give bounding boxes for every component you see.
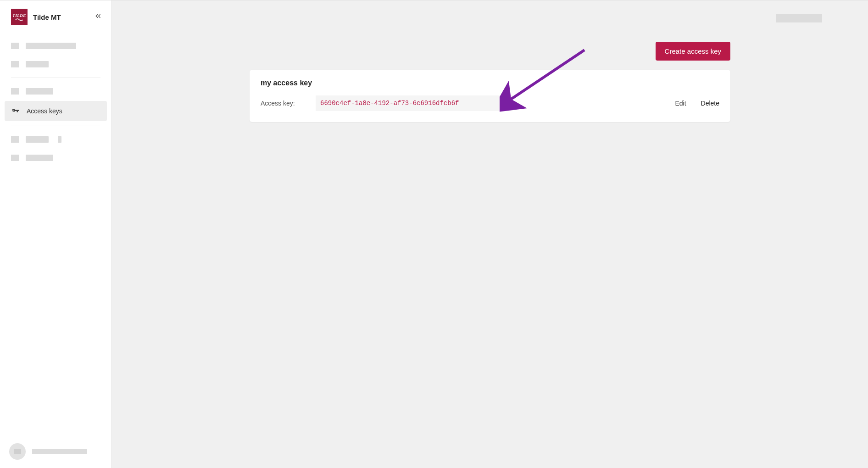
footer-text-placeholder: [32, 449, 87, 454]
placeholder-label: [26, 43, 76, 49]
topbar-placeholder: [776, 14, 822, 22]
access-key-value: 6690c4ef-1a8e-4192-af73-6c6916dfcb6f: [320, 100, 459, 107]
placeholder-label: [26, 155, 53, 161]
copy-icon[interactable]: [500, 99, 508, 107]
placeholder-icon: [11, 155, 19, 161]
access-key-box: 6690c4ef-1a8e-4192-af73-6c6916dfcb6f: [316, 95, 513, 111]
logo-text: TILDE: [12, 13, 26, 18]
sidebar-item-placeholder[interactable]: [5, 83, 107, 100]
sidebar: TILDE Tilde MT: [0, 0, 112, 468]
placeholder-label: [26, 61, 49, 67]
create-row: Create access key: [250, 42, 730, 61]
sidebar-item-placeholder[interactable]: [5, 131, 107, 148]
delete-button[interactable]: Delete: [701, 100, 719, 107]
placeholder-icon: [11, 43, 19, 49]
edit-button[interactable]: Edit: [675, 100, 686, 107]
sidebar-item-placeholder[interactable]: [5, 56, 107, 73]
placeholder-icon: [11, 88, 19, 95]
key-icon: [11, 106, 20, 116]
app-title: Tilde MT: [33, 13, 87, 21]
collapse-sidebar-button[interactable]: [92, 10, 104, 24]
app-logo: TILDE: [11, 9, 28, 25]
access-key-row: Access key: 6690c4ef-1a8e-4192-af73-6c69…: [261, 95, 719, 111]
nav-divider: [11, 78, 100, 78]
svg-rect-0: [503, 102, 507, 106]
access-key-label: Access key:: [261, 100, 316, 107]
nav-divider: [11, 126, 100, 126]
placeholder-icon: [11, 61, 19, 67]
sidebar-nav: Access keys: [0, 33, 111, 170]
sidebar-item-placeholder[interactable]: [5, 149, 107, 167]
sidebar-item-label: Access keys: [27, 107, 62, 115]
access-key-card: my access key Access key: 6690c4ef-1a8e-…: [250, 70, 730, 122]
main-content: Create access key my access key Access k…: [112, 0, 868, 468]
sidebar-item-placeholder[interactable]: [5, 37, 107, 55]
card-actions: Edit Delete: [675, 100, 719, 107]
sidebar-item-access-keys[interactable]: Access keys: [5, 101, 107, 121]
card-title: my access key: [261, 79, 719, 87]
placeholder-label: [26, 136, 49, 143]
sidebar-header: TILDE Tilde MT: [0, 0, 111, 33]
placeholder-label: [26, 88, 53, 95]
sidebar-footer: [0, 435, 111, 468]
avatar-placeholder[interactable]: [9, 443, 26, 460]
placeholder-label: [58, 136, 61, 143]
create-access-key-button[interactable]: Create access key: [656, 42, 730, 61]
placeholder-icon: [11, 136, 19, 143]
